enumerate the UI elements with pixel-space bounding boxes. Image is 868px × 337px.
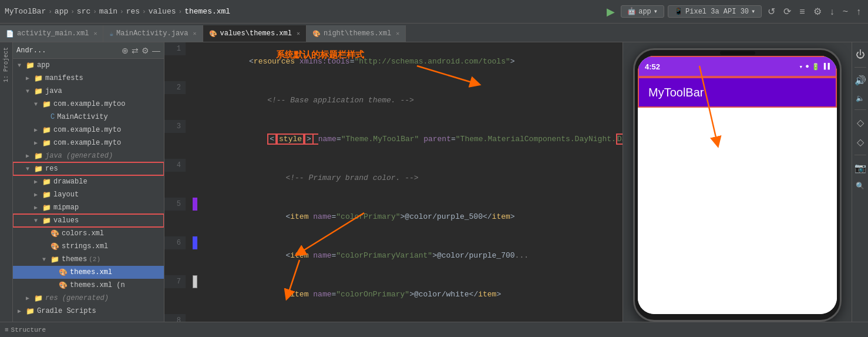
breadcrumb-sep-5: ›: [179, 8, 183, 15]
tree-java-generated[interactable]: ▶ 📁 java (generated): [13, 149, 164, 162]
fold-button[interactable]: ◇: [854, 134, 866, 150]
sync-button[interactable]: ↺: [765, 5, 778, 18]
folder-icon-manifests: 📁: [34, 74, 43, 83]
structure-panel-label[interactable]: ≡ Structure: [5, 326, 46, 333]
folder-icon-com2: 📁: [42, 126, 51, 135]
tree-label-layout: layout: [53, 191, 79, 199]
line-content-7: <item name="colorOnPrimary">@color/white…: [197, 275, 501, 314]
line-indicator-1: [193, 42, 197, 55]
breadcrumb-app[interactable]: app: [55, 7, 68, 16]
folder-icon-values: 📁: [42, 216, 51, 225]
right-sep-1: [854, 67, 866, 68]
breadcrumb-src[interactable]: src: [77, 7, 90, 16]
tab-close-themes[interactable]: ✕: [297, 30, 300, 37]
code-line-8: 8 <!-- Secondary brand color. -->: [164, 314, 623, 322]
tree-settings-btn[interactable]: ⚙: [142, 46, 149, 55]
tree-label-app: app: [37, 61, 50, 69]
project-panel-label[interactable]: 1: Project: [3, 47, 9, 82]
tab-themes-xml[interactable]: 🎨 values\themes.xml ✕: [203, 25, 307, 42]
tree-com2[interactable]: ▶ 📁 com.example.myto: [13, 124, 164, 136]
folder-icon-com3: 📁: [42, 139, 51, 148]
app-dropdown-label: app: [638, 8, 651, 16]
tree-mainactivity[interactable]: ▶ C MainActivity: [13, 111, 164, 124]
tree-drawable[interactable]: ▶ 📁 drawable: [13, 175, 164, 188]
tree-strings[interactable]: ▶ 🎨 strings.xml: [13, 240, 164, 253]
project-tree: Andr... ⊕ ⇄ ⚙ — ▼ 📁 app ▶ 📁 manifests: [13, 42, 164, 322]
tree-mipmap[interactable]: ▶ 📁 mipmap: [13, 201, 164, 214]
breadcrumb-sep-3: ›: [120, 8, 124, 15]
camera-button[interactable]: 📷: [852, 160, 869, 176]
tab-close-night[interactable]: ✕: [396, 30, 399, 37]
tree-themes-xml-night[interactable]: ▶ 🎨 themes.xml (n: [13, 279, 164, 292]
phone-time: 4:52: [645, 62, 660, 71]
app-dropdown[interactable]: 🤖 app ▾: [621, 5, 664, 18]
tab-night-themes[interactable]: 🎨 night\themes.xml ✕: [307, 25, 406, 42]
tree-label-jgen: java (generated): [45, 152, 113, 160]
tab-activity-main[interactable]: 📄 activity_main.xml ✕: [0, 25, 103, 42]
tree-com3[interactable]: ▶ 📁 com.example.myto: [13, 136, 164, 149]
line-indicator-8: [193, 314, 197, 322]
breadcrumb-main[interactable]: main: [99, 7, 117, 16]
breadcrumb-mytoolbar[interactable]: MyToolBar: [5, 7, 46, 16]
breadcrumb-file[interactable]: themes.xml: [184, 7, 230, 16]
tree-res[interactable]: ▼ 📁 res: [13, 162, 164, 175]
device-dropdown[interactable]: 📱 Pixel 3a API 30 ▾: [668, 5, 762, 18]
phone-toolbar-title: MyToolBar: [648, 86, 704, 99]
device-dropdown-arrow: ▾: [751, 7, 755, 16]
tree-label-themes-xml: themes.xml: [70, 268, 112, 276]
tree-app[interactable]: ▼ 📁 app: [13, 59, 164, 72]
tree-arrow-com: ▼: [34, 101, 42, 108]
tab-close-main[interactable]: ✕: [193, 30, 197, 37]
update-button[interactable]: ↓: [827, 5, 837, 18]
tree-label-mainactivity: MainActivity: [57, 113, 107, 121]
volume-down-button[interactable]: 🔈: [853, 92, 867, 105]
battery-icon: 🔋: [812, 63, 820, 71]
tree-label-com2: com.example.myto: [53, 126, 121, 134]
tree-manifests[interactable]: ▶ 📁 manifests: [13, 72, 164, 85]
tree-layout[interactable]: ▶ 📁 layout: [13, 188, 164, 201]
tree-res-generated[interactable]: ▶ 📁 res (generated): [13, 292, 164, 305]
tree-java[interactable]: ▼ 📁 java: [13, 85, 164, 98]
breadcrumb-res[interactable]: res: [126, 7, 140, 16]
breadcrumb-values[interactable]: values: [149, 7, 176, 16]
folder-icon-drawable: 📁: [42, 178, 51, 186]
run-button[interactable]: ▶: [604, 4, 617, 19]
tree-values[interactable]: ▼ 📁 values: [13, 214, 164, 227]
push-button[interactable]: ↑: [854, 5, 863, 18]
tab-label-themes: values\themes.xml: [220, 29, 292, 38]
tree-com-example[interactable]: ▼ 📁 com.example.mytoo: [13, 98, 164, 111]
tree-colors[interactable]: ▶ 🎨 colors.xml: [13, 227, 164, 240]
tree-arrow-com3: ▶: [34, 139, 42, 146]
java-icon-mainactivity: C: [51, 113, 55, 121]
phone-content: [638, 108, 837, 314]
tree-hide-btn[interactable]: —: [152, 46, 160, 55]
breadcrumb: MyToolBar › app › src › main › res › val…: [5, 7, 230, 16]
tree-themes-folder[interactable]: ▼ 📁 themes (2): [13, 253, 164, 266]
right-sep-3: [854, 155, 866, 155]
tab-close-activity[interactable]: ✕: [93, 30, 97, 37]
tree-arrow-themes-folder: ▼: [42, 256, 51, 263]
tree-arrow-resgen: ▶: [26, 295, 34, 302]
tree-label-gradle: Gradle Scripts: [37, 307, 96, 315]
code-line-3: 3 <style> name="Theme.MyToolBar" parent=…: [164, 120, 623, 159]
settings-button[interactable]: ⚙: [811, 5, 824, 18]
line-content-2: <!-- Base application theme. -->: [197, 81, 414, 120]
tree-themes-xml[interactable]: ▶ 🎨 themes.xml: [13, 266, 164, 279]
folder-icon-com: 📁: [42, 100, 51, 109]
gradle-button[interactable]: ≡: [797, 5, 807, 18]
vcs-button[interactable]: ~: [840, 5, 850, 18]
power-button[interactable]: ⏻: [853, 47, 867, 62]
tree-sync-btn[interactable]: ⇄: [132, 46, 139, 55]
rotate-button[interactable]: ◇: [854, 115, 866, 131]
folder-icon-mipmap: 📁: [42, 203, 51, 212]
tree-add-btn[interactable]: ⊕: [122, 46, 129, 55]
tab-mainactivity[interactable]: ☕ MainActivity.java ✕: [103, 25, 203, 42]
tree-label-java: java: [45, 87, 62, 95]
zoom-button[interactable]: 🔍: [853, 179, 867, 192]
code-editor[interactable]: 1 <resources xmlns:tools="http://schemas…: [164, 42, 623, 322]
tree-label-colors: colors.xml: [62, 229, 104, 238]
code-line-4: 4 <!-- Primary brand color. -->: [164, 159, 623, 198]
volume-up-button[interactable]: 🔊: [852, 72, 869, 88]
build-button[interactable]: ⟳: [781, 5, 793, 18]
tree-gradle[interactable]: ▶ 📁 Gradle Scripts: [13, 305, 164, 318]
